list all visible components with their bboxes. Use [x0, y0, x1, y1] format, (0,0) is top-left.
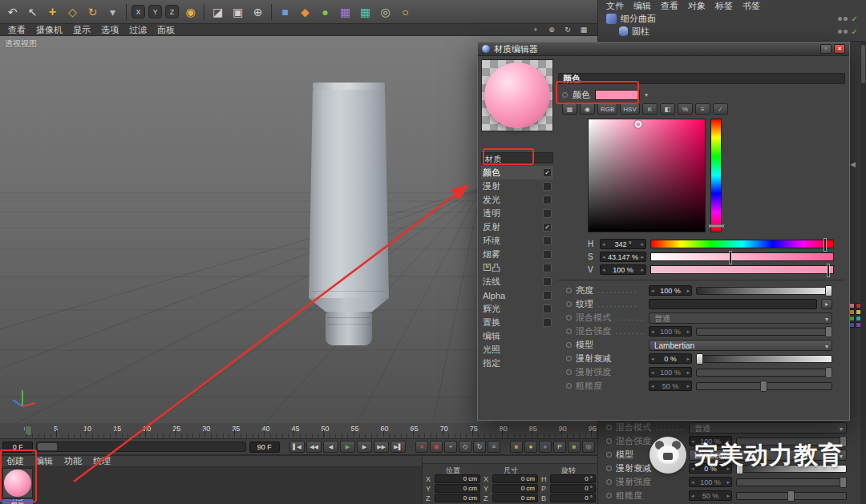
undo-icon[interactable]: ↶ — [3, 2, 22, 21]
channel-checkbox[interactable] — [543, 277, 552, 286]
channel-item[interactable]: 透明 — [481, 207, 553, 220]
channel-checkbox[interactable] — [543, 209, 552, 218]
palette-swatch[interactable] — [849, 309, 855, 315]
saturation-value-field[interactable]: 43.147 % — [600, 252, 646, 262]
prev-key-button[interactable]: ◀◀ — [306, 441, 322, 453]
coord-system-icon[interactable]: ◉ — [181, 2, 200, 21]
minimize-window-icon[interactable]: ▫ — [820, 44, 832, 54]
hue-marker[interactable] — [708, 225, 725, 228]
rgb-mode-button[interactable]: RGB — [597, 103, 617, 115]
position-y-field[interactable]: 0 cm — [435, 484, 480, 493]
channel-item[interactable]: 漫射 — [481, 179, 553, 193]
blue-sphere-icon[interactable]: ● — [539, 441, 552, 453]
play-button[interactable]: ▶ — [340, 441, 355, 453]
channel-checkbox[interactable]: ✓ — [543, 223, 552, 232]
blend-mode-dropdown[interactable]: 普通 — [649, 312, 832, 324]
scale-tool-icon[interactable]: ◇ — [63, 2, 82, 21]
channel-item[interactable]: Alpha — [481, 288, 553, 302]
yellow-sphere-icon[interactable]: ● — [524, 441, 537, 453]
material-manager-body[interactable]: 材质 — [0, 467, 422, 504]
channel-item[interactable]: 光照 — [481, 343, 553, 357]
record-parameter-icon[interactable]: ≡ — [488, 441, 500, 453]
goto-start-button[interactable]: ▌◀ — [289, 441, 305, 453]
channel-item[interactable]: 置换 — [481, 316, 553, 329]
color-picker-marker[interactable] — [635, 120, 642, 127]
roughness-slider[interactable] — [696, 382, 832, 390]
attr-roughness-value[interactable]: 50 % — [689, 490, 732, 501]
hue-value-field[interactable]: 342 ° — [600, 239, 646, 249]
timeline-scrollbar[interactable] — [36, 442, 245, 452]
x-axis-lock-button[interactable]: X — [132, 5, 145, 18]
next-key-button[interactable]: ▶▶ — [374, 441, 389, 453]
scale-x-field[interactable]: 0 cm — [492, 474, 538, 483]
toggle-view-icon[interactable]: ▦ — [578, 25, 589, 35]
timeline-scrollbar-thumb[interactable] — [38, 443, 57, 450]
subdivision-surface-icon[interactable]: ● — [316, 2, 334, 21]
object-manager-menu[interactable]: 查看 — [661, 0, 678, 12]
visibility-dots[interactable] — [838, 17, 848, 21]
menu-panel[interactable]: 面板 — [157, 24, 175, 36]
position-z-field[interactable]: 0 cm — [435, 494, 480, 502]
p-badge-icon[interactable]: P — [553, 441, 566, 453]
cursor-tool-icon[interactable]: ↖ — [23, 2, 42, 21]
rotation-p-field[interactable]: 0 ° — [550, 484, 596, 493]
model-dropdown[interactable]: Lambertian — [649, 340, 832, 351]
object-manager-menu[interactable]: 标签 — [715, 0, 733, 12]
close-window-icon[interactable]: × — [834, 44, 845, 54]
pan-view-icon[interactable]: + — [530, 25, 541, 35]
hsv-mode-button[interactable]: HSV — [620, 103, 639, 115]
material-manager-menu[interactable]: 功能 — [64, 455, 82, 467]
material-manager-menu[interactable]: 编辑 — [35, 455, 53, 467]
channel-checkbox[interactable] — [543, 264, 552, 272]
attr-diffuse-level-value[interactable]: 100 % — [689, 477, 732, 487]
z-axis-lock-button[interactable]: Z — [165, 5, 179, 18]
channel-checkbox[interactable] — [543, 182, 552, 191]
channel-checkbox[interactable] — [543, 236, 552, 245]
camera-small-icon[interactable]: ◎ — [582, 441, 595, 453]
object-manager-menu[interactable]: 对象 — [688, 0, 706, 12]
orange-cube-icon[interactable]: ■ — [510, 441, 523, 453]
prev-frame-button[interactable]: ◀ — [323, 441, 338, 453]
rotate-tool-icon[interactable]: ↻ — [83, 2, 102, 21]
hue-slider[interactable] — [650, 240, 834, 248]
channel-item[interactable]: 编辑 — [481, 329, 553, 343]
hue-strip[interactable] — [710, 119, 722, 232]
eyedropper-icon[interactable]: ∕ — [713, 103, 728, 115]
channel-checkbox[interactable] — [543, 196, 552, 204]
channel-item[interactable]: 指定 — [481, 357, 553, 370]
vertical-scrollbar[interactable] — [860, 42, 866, 504]
timeline-ruler[interactable]: 05101520253035404550556065707580859095 — [0, 423, 597, 439]
material-editor-titlebar[interactable]: 材质编辑器 ▫× — [478, 42, 849, 56]
collapse-arrow-icon[interactable]: ◀ — [850, 160, 856, 168]
channel-item[interactable]: 凹凸 — [481, 261, 553, 275]
render-view-icon[interactable]: ◪ — [208, 2, 227, 21]
blend-strength-value[interactable]: 100 % — [649, 326, 692, 337]
render-picture-viewer-icon[interactable]: ▣ — [229, 2, 247, 21]
channel-item[interactable]: 反射 ✓ — [481, 220, 553, 234]
texture-browse-button[interactable] — [821, 299, 832, 309]
scale-y-field[interactable]: 0 cm — [492, 484, 538, 493]
palette-swatch[interactable] — [849, 322, 855, 328]
channel-item[interactable]: 环境 — [481, 234, 553, 248]
autokey-button[interactable]: ◉ — [430, 441, 443, 453]
next-frame-button[interactable]: ▶ — [357, 441, 372, 453]
color-swatch[interactable] — [595, 90, 640, 100]
mix-mode-icon[interactable]: ◧ — [660, 103, 675, 115]
diffuse-falloff-slider[interactable] — [696, 355, 832, 363]
palette-swatch[interactable] — [849, 303, 855, 308]
scale-z-field[interactable]: 0 cm — [492, 494, 538, 502]
playhead-marker[interactable] — [25, 425, 32, 436]
rotate-view-icon[interactable]: ↻ — [562, 25, 573, 35]
light-object-icon[interactable]: ○ — [396, 2, 415, 21]
record-rotation-icon[interactable]: ↻ — [473, 441, 486, 453]
channel-checkbox[interactable] — [543, 291, 552, 300]
blend-strength-slider[interactable] — [696, 328, 832, 336]
chevron-down-icon[interactable]: ▾ — [645, 91, 648, 99]
enable-check-icon[interactable]: ✓ — [852, 14, 858, 23]
texture-field[interactable] — [649, 299, 817, 309]
spline-pen-icon[interactable]: ◆ — [296, 2, 314, 21]
brightness-slider[interactable] — [696, 287, 832, 295]
last-tool-icon[interactable]: ▾ — [103, 2, 122, 21]
material-preview[interactable] — [481, 59, 553, 131]
percent-mode-button[interactable]: % — [678, 103, 693, 115]
